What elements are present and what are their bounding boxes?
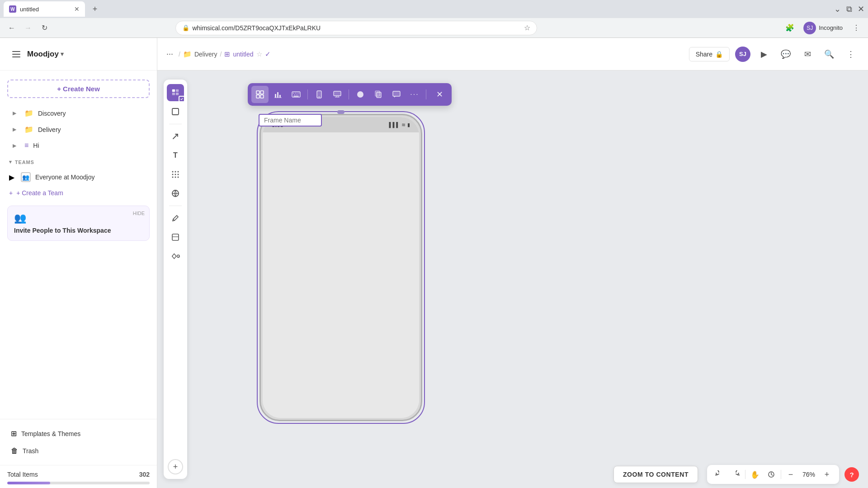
frame-tool-keyboard[interactable] bbox=[288, 86, 305, 103]
breadcrumb-sep1: / bbox=[179, 51, 180, 58]
everyone-chevron-icon: ▶ bbox=[9, 173, 16, 182]
phone-status-icons: ▌▌▌ ≋ ▮ bbox=[389, 122, 410, 128]
history-button[interactable] bbox=[764, 468, 778, 481]
svg-rect-50 bbox=[375, 91, 380, 96]
help-button[interactable]: ? bbox=[844, 467, 859, 482]
incognito-button[interactable]: SJ Incognito bbox=[800, 20, 846, 36]
tab-close-icon[interactable]: ✕ bbox=[74, 5, 80, 13]
svg-rect-51 bbox=[393, 91, 400, 96]
sidebar-item-discovery[interactable]: ▶ 📁 Discovery bbox=[4, 105, 153, 121]
add-tool-button[interactable]: + bbox=[168, 459, 183, 474]
frame-tool-wireframe[interactable] bbox=[251, 86, 269, 103]
arrow-tool-button[interactable] bbox=[167, 128, 184, 145]
frame-tool-more[interactable]: ··· bbox=[406, 86, 423, 103]
restore-icon[interactable]: ⧉ bbox=[846, 5, 852, 14]
breadcrumb-sep2: / bbox=[220, 51, 222, 58]
back-button[interactable]: ← bbox=[5, 22, 18, 34]
sticky-tool-button[interactable] bbox=[167, 229, 184, 246]
select-tool-badge bbox=[179, 96, 185, 102]
url-text: whimsical.com/D5ZRT9ocaQXJTxEkPaLRKU bbox=[192, 24, 521, 32]
frame-tool-circle[interactable] bbox=[352, 86, 369, 103]
sidebar-item-delivery[interactable]: ▶ 📁 Delivery bbox=[4, 122, 153, 137]
create-new-label: + Create New bbox=[57, 85, 100, 93]
toolbar-sep2 bbox=[169, 206, 182, 206]
trash-item[interactable]: 🗑 Trash bbox=[7, 442, 150, 460]
refresh-button[interactable]: ↻ bbox=[38, 22, 51, 34]
phone-resize-handle[interactable] bbox=[337, 110, 344, 114]
left-toolbar: T + + bbox=[164, 80, 187, 479]
window-controls: ⌄ ⧉ ✕ bbox=[834, 4, 864, 14]
zoom-level-display[interactable]: 76% bbox=[800, 471, 817, 478]
frames-tool-button[interactable] bbox=[167, 103, 184, 120]
teams-chevron-icon: ▾ bbox=[9, 159, 12, 165]
sidebar-item-hi[interactable]: ▶ ≡ Hi bbox=[4, 138, 153, 153]
url-bar[interactable]: 🔒 whimsical.com/D5ZRT9ocaQXJTxEkPaLRKU ☆ bbox=[175, 21, 537, 35]
create-new-button[interactable]: + Create New bbox=[7, 80, 150, 98]
new-tab-button[interactable]: + bbox=[89, 3, 101, 15]
redo-button[interactable] bbox=[729, 468, 742, 481]
svg-rect-3 bbox=[172, 89, 175, 92]
menu-icon[interactable]: ⋮ bbox=[850, 22, 863, 34]
phone-screen[interactable] bbox=[263, 132, 419, 418]
sidebar-item-everyone[interactable]: ▶ 👥 Everyone at Moodjoy bbox=[0, 169, 157, 186]
zoom-out-button[interactable]: − bbox=[784, 468, 797, 481]
hi-doc-icon: ≡ bbox=[24, 141, 28, 150]
extensions-icon[interactable]: 🧩 bbox=[783, 22, 796, 34]
create-team-button[interactable]: + + Create a Team bbox=[0, 186, 157, 200]
share-button[interactable]: Share 🔒 bbox=[689, 47, 730, 61]
svg-rect-28 bbox=[260, 95, 264, 98]
templates-icon: ⊞ bbox=[11, 429, 17, 438]
minimize-icon[interactable]: ⌄ bbox=[834, 4, 841, 14]
canvas-area[interactable]: T + + bbox=[157, 70, 868, 488]
frame-tool-sep2 bbox=[349, 89, 349, 99]
frame-name-input[interactable] bbox=[259, 114, 322, 127]
frame-tool-desktop[interactable] bbox=[329, 86, 346, 103]
main-content: ··· / 📁 Delivery / ⊞ untitled ☆ ✓ Share … bbox=[157, 38, 868, 488]
templates-themes-item[interactable]: ⊞ Templates & Themes bbox=[7, 425, 150, 442]
header-more-button[interactable]: ··· bbox=[166, 49, 173, 59]
send-button[interactable]: ✉ bbox=[799, 46, 816, 62]
close-window-icon[interactable]: ✕ bbox=[858, 4, 864, 14]
present-button[interactable]: ▶ bbox=[756, 46, 772, 62]
pan-button[interactable]: ✋ bbox=[748, 468, 762, 481]
invite-hide-button[interactable]: HIDE bbox=[133, 211, 145, 216]
svg-point-16 bbox=[178, 177, 179, 178]
total-items-row: Total Items 302 bbox=[7, 471, 150, 478]
component-tool-button[interactable]: + bbox=[167, 248, 184, 265]
zoom-to-content-button[interactable]: ZOOM TO CONTENT bbox=[613, 466, 698, 483]
frame-toolbar-close-button[interactable]: ✕ bbox=[431, 86, 448, 103]
breadcrumb-star-icon[interactable]: ☆ bbox=[256, 50, 262, 58]
text-tool-button[interactable]: T bbox=[167, 147, 184, 164]
grid-tool-button[interactable] bbox=[167, 166, 184, 183]
workspace-logo[interactable]: Moodjoy ▾ bbox=[27, 50, 64, 59]
header-menu-button[interactable]: ⋮ bbox=[843, 46, 859, 62]
sidebar-menu-button[interactable] bbox=[9, 47, 24, 61]
search-button[interactable]: 🔍 bbox=[821, 46, 837, 62]
frame-tool-comment[interactable] bbox=[388, 86, 405, 103]
frame-tool-copy[interactable] bbox=[370, 86, 387, 103]
svg-text:+: + bbox=[178, 255, 179, 259]
browser-tab[interactable]: W untitled ✕ bbox=[4, 1, 85, 17]
breadcrumb-doc-label[interactable]: untitled bbox=[233, 51, 253, 58]
breadcrumb-folder-label[interactable]: Delivery bbox=[194, 51, 217, 58]
undo-button[interactable] bbox=[712, 468, 726, 481]
pencil-tool-button[interactable] bbox=[167, 210, 184, 227]
forward-button[interactable]: → bbox=[22, 22, 34, 34]
zoom-in-button[interactable]: + bbox=[820, 468, 834, 481]
bookmark-icon[interactable]: ☆ bbox=[524, 23, 530, 32]
delivery-label: Delivery bbox=[38, 126, 61, 133]
frame-tool-mobile[interactable] bbox=[311, 86, 328, 103]
tab-favicon: W bbox=[9, 5, 16, 13]
svg-point-12 bbox=[175, 174, 176, 175]
user-avatar[interactable]: SJ bbox=[735, 47, 750, 62]
link-tool-button[interactable] bbox=[167, 185, 184, 202]
svg-rect-29 bbox=[275, 94, 276, 98]
teams-label[interactable]: ▾ TEAMS bbox=[9, 159, 148, 165]
svg-rect-40 bbox=[297, 94, 298, 95]
comments-button[interactable]: 💬 bbox=[778, 46, 794, 62]
svg-rect-30 bbox=[277, 92, 278, 98]
frame-tool-chart[interactable] bbox=[269, 86, 287, 103]
total-items-label: Total Items bbox=[7, 471, 38, 478]
svg-rect-20 bbox=[172, 234, 179, 240]
svg-rect-25 bbox=[256, 91, 259, 94]
